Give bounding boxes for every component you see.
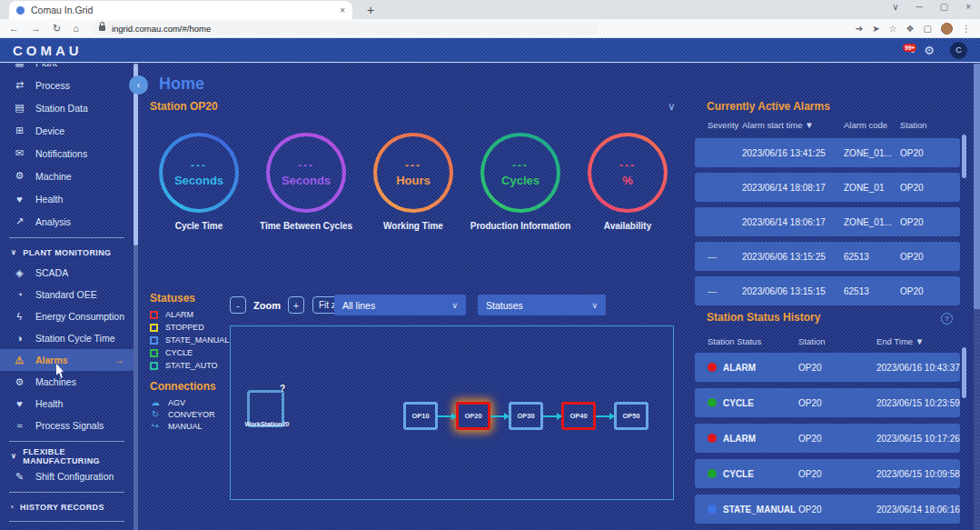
alarms-scrollbar-thumb[interactable] [962,135,966,178]
machines-icon: ⚙ [13,376,26,388]
oee-clock-icon: ◔ [13,289,26,300]
node-op40[interactable]: OP40 [561,402,596,430]
alarm-row[interactable]: — 2023/06/06 13:15:15 62513 OP20 [695,276,960,305]
widget-collapse-icon[interactable]: ∨ [668,100,676,113]
sidebar-item-machine[interactable]: ⚙ Machine [0,165,134,187]
user-avatar[interactable]: C [950,42,967,59]
sidebar-item-standard-oee[interactable]: ◔ Standard OEE [0,284,134,305]
page-title: Home [159,75,204,94]
col-end-time[interactable]: End Time ▼ [876,336,969,346]
col-alarm-start-time[interactable]: Alarm start time ▼ [742,120,844,130]
browser-menu-icon[interactable]: ⋮ [962,24,971,34]
address-bar[interactable]: ingrid.comau.com/#/home [91,22,599,35]
connections-legend: ☁ AGV ↻ CONVEYOR ↪ MANUAL [150,396,215,432]
sidebar-item-health[interactable]: ♥ Health [0,187,134,210]
sidebar-item-station-cycle-time[interactable]: ◑ Station Cycle Time [0,327,134,349]
page-scrollbar[interactable] [974,64,980,530]
scrollbar-thumb[interactable] [974,64,980,309]
sidebar-item-analysis[interactable]: ↗ Analysis [0,210,134,233]
node-op30[interactable]: OP30 [509,402,543,430]
help-icon[interactable]: ? [941,313,953,325]
flow-arrow [543,415,561,417]
history-row[interactable]: ALARM OP20 2023/06/16 10:43:37 [695,353,960,382]
legend-alarm: ALARM [150,308,229,321]
tab-close-icon[interactable]: × [340,5,345,15]
section-flexible-manufacturing[interactable]: ∨ FLEXIBLE MANUFACTURING [0,446,134,465]
gauge-ring: --- Cycles [480,133,560,213]
col-station-status[interactable]: Station Status [708,336,798,346]
section-history-records[interactable]: › HISTORY RECORDS [0,497,134,516]
severity-dash: — [708,286,742,296]
lines-select[interactable]: All lines ∨ [334,295,466,315]
sidebar-item-scada[interactable]: ◈ SCADA [0,262,134,284]
shift-config-icon: ✎ [13,471,26,483]
legend-state-auto: STATE_AUTO [150,359,229,372]
stopped-color-swatch [150,324,158,332]
section-plant-monitoring[interactable]: ∨ PLANT MONITORING [0,243,134,262]
history-row[interactable]: CYCLE OP20 2023/06/15 10:23:59 [695,388,960,417]
node-op50[interactable]: OP50 [614,402,648,430]
history-row[interactable]: ALARM OP20 2023/06/15 10:17:26 [695,424,960,453]
forward-icon[interactable]: → [31,23,41,34]
extension-arrow-icon[interactable]: ➔ [856,24,863,34]
sidebar-collapse-button[interactable]: ‹ [129,75,148,95]
browser-tab[interactable]: Comau In.Grid × [9,1,352,19]
lock-icon[interactable] [99,25,105,31]
gauge-ring: --- Seconds [159,133,239,213]
sidebar-item-process[interactable]: ⇄ Process [0,74,134,96]
workstation20-node[interactable]: ? WorkStation20 [247,390,284,427]
section-troubleshooting[interactable]: › TROUBLESHOOTING [0,526,134,530]
sidebar-item-notifications[interactable]: ✉ Notifications [0,142,134,165]
side-panel-icon[interactable]: ▢ [924,24,932,34]
browser-profile-avatar[interactable] [941,23,953,35]
alarm-row[interactable]: 2023/06/14 18:06:17 ZONE_01... OP20 [695,207,960,236]
alarm-row[interactable]: 2023/06/14 18:08:17 ZONE_01 OP20 [695,173,960,202]
col-severity[interactable]: Severity [708,120,742,130]
status-dot [708,505,717,514]
col-station[interactable]: Station [900,120,969,130]
node-op20[interactable]: OP20 [456,402,490,430]
zoom-out-button[interactable]: - [230,296,246,314]
tab-search-icon[interactable]: ∨ [892,2,898,12]
alarm-row[interactable]: 2023/06/16 13:41:25 ZONE_01... OP20 [695,138,960,167]
alarm-row[interactable]: — 2023/06/06 13:15:25 62513 OP20 [695,242,960,271]
line-diagram-panel[interactable]: ? WorkStation20 OP10 OP20 OP30 OP40 OP50 [230,325,674,500]
col-station[interactable]: Station [798,336,876,346]
sidebar-item-machines[interactable]: ⚙ Machines [0,371,134,393]
zoom-in-button[interactable]: + [288,296,304,314]
minimize-icon[interactable]: ─ [916,2,923,12]
sidebar-item-health-monitoring[interactable]: ♥ Health [0,393,134,415]
sidebar-item-process-signals[interactable]: ≈ Process Signals [0,415,134,436]
history-row[interactable]: CYCLE OP20 2023/06/15 10:09:58 [695,459,960,488]
history-row[interactable]: STATE_MANUAL OP20 2023/06/14 18:06:16 [695,495,960,524]
col-alarm-code[interactable]: Alarm code [844,120,900,130]
sidebar-item-device[interactable]: ⊞ Device [0,119,134,142]
sidebar-item-plant[interactable]: ▦ Plant [0,64,134,74]
status-history-title: Station Status History [707,311,820,324]
close-icon[interactable]: × [965,2,971,12]
home-icon[interactable]: ⌂ [73,23,79,34]
settings-gear-icon[interactable]: ⚙ [924,44,935,57]
chevron-down-icon: ∨ [591,301,598,310]
sidebar-item-energy-consumption[interactable]: ϟ Energy Consumption [0,305,134,327]
new-tab-button[interactable]: + [367,3,374,17]
sidebar-item-shift-configuration[interactable]: ✎ Shift Configuration [0,465,134,487]
extension-share-icon[interactable]: ➤ [872,24,879,34]
legend-stopped: STOPPED [150,321,229,334]
node-op10[interactable]: OP10 [403,402,438,430]
notifications-icon: ✉ [13,147,26,159]
reload-icon[interactable]: ↻ [53,23,61,35]
statuses-select[interactable]: Statuses ∨ [478,295,606,315]
analysis-icon: ↗ [13,215,26,227]
sidebar-item-alarms[interactable]: ⚠ Alarms → [0,349,134,371]
back-icon[interactable]: ← [9,23,19,34]
url-text[interactable]: ingrid.comau.com/#/home [112,24,211,34]
history-scrollbar-thumb[interactable] [962,347,966,398]
chevron-down-icon: ∨ [11,452,16,460]
extensions-icon[interactable]: ❖ [906,24,915,34]
severity-dash: — [708,252,742,262]
restore-icon[interactable]: ▢ [940,2,948,12]
sidebar-item-station-data[interactable]: ▤ Station Data [0,96,134,119]
gauge-time-between-cycles: --- Seconds Time Between Cycles [255,133,357,231]
bookmark-star-icon[interactable]: ☆ [889,24,897,34]
